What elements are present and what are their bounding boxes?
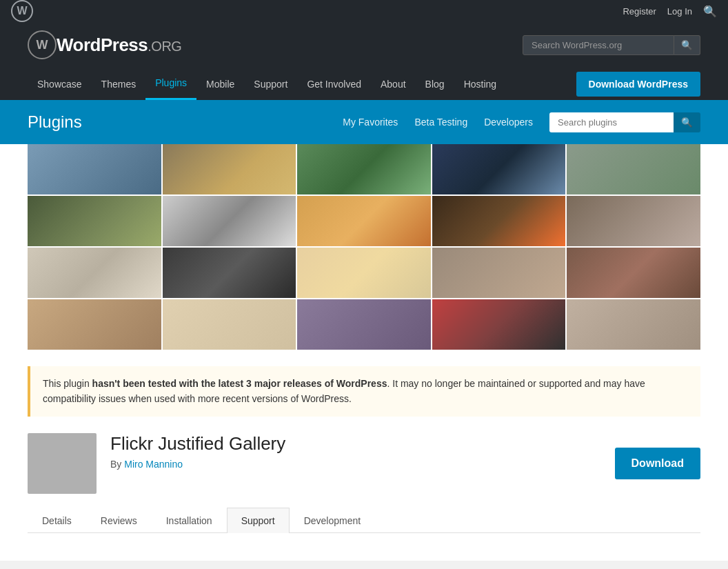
photo-cell: [163, 248, 296, 298]
site-logo: W WordPress.ORG: [28, 30, 181, 59]
wp-admin-logo: W: [11, 0, 33, 22]
plugins-bar: Plugins My Favorites Beta Testing Develo…: [0, 100, 728, 144]
plugins-nav: My Favorites Beta Testing Developers: [343, 117, 533, 128]
photo-cell: [567, 248, 700, 298]
main-nav: Showcase Themes Plugins Mobile Support G…: [0, 68, 728, 100]
plugin-header: Flickr Justified Gallery By Miro Mannino…: [28, 433, 700, 494]
photo-cell: [432, 144, 566, 194]
admin-bar-left: W: [11, 0, 33, 22]
photo-cell: [297, 144, 431, 194]
nav-mobile[interactable]: Mobile: [196, 69, 244, 99]
photo-cell: [28, 196, 161, 246]
photo-cell: [163, 196, 296, 246]
photo-cell: [28, 144, 161, 194]
nav-blog[interactable]: Blog: [416, 69, 454, 99]
search-icon[interactable]: 🔍: [703, 5, 717, 18]
search-icon: 🔍: [681, 40, 693, 50]
tab-support[interactable]: Support: [227, 508, 290, 533]
photo-cell: [28, 299, 161, 350]
plugin-by: By Miro Mannino: [110, 459, 601, 470]
warning-text-before: This plugin: [43, 378, 92, 389]
photo-cell: [567, 196, 700, 246]
photo-cell: [567, 144, 700, 194]
photo-cell: [432, 196, 566, 246]
register-link[interactable]: Register: [623, 6, 656, 17]
login-link[interactable]: Log In: [667, 6, 692, 17]
plugin-icon: [28, 433, 97, 494]
photo-cell: [28, 248, 161, 298]
nav-themes[interactable]: Themes: [92, 69, 146, 99]
photo-cell: [432, 299, 566, 350]
photo-cell: [297, 196, 431, 246]
photo-cell: [432, 248, 566, 298]
tab-reviews[interactable]: Reviews: [86, 508, 152, 533]
admin-bar-right: Register Log In 🔍: [623, 5, 717, 18]
plugins-nav-developers[interactable]: Developers: [484, 117, 533, 128]
plugin-tabs: Details Reviews Installation Support Dev…: [28, 508, 700, 533]
compatibility-warning: This plugin hasn't been tested with the …: [28, 366, 700, 417]
site-header: W WordPress.ORG 🔍: [0, 22, 728, 68]
photo-grid: [28, 144, 700, 350]
plugins-nav-beta[interactable]: Beta Testing: [414, 117, 467, 128]
plugin-name: Flickr Justified Gallery: [110, 433, 601, 455]
nav-plugins[interactable]: Plugins: [145, 68, 196, 100]
main-content: This plugin hasn't been tested with the …: [0, 144, 728, 561]
nav-support[interactable]: Support: [244, 69, 297, 99]
header-search-button[interactable]: 🔍: [674, 35, 700, 55]
photo-cell: [567, 299, 700, 350]
photo-cell: [297, 299, 431, 350]
svg-text:W: W: [37, 38, 48, 52]
nav-about[interactable]: About: [371, 69, 416, 99]
plugins-title: Plugins: [28, 100, 82, 144]
tab-development[interactable]: Development: [290, 508, 376, 533]
tab-details[interactable]: Details: [28, 508, 86, 533]
header-search-input[interactable]: [523, 35, 674, 55]
photo-cell: [163, 299, 296, 350]
site-logo-text: WordPress.ORG: [57, 34, 181, 56]
search-icon: 🔍: [681, 117, 693, 128]
warning-bold-text: hasn't been tested with the latest 3 maj…: [92, 378, 387, 389]
plugin-info: Flickr Justified Gallery By Miro Mannino: [110, 433, 601, 470]
plugins-nav-favorites[interactable]: My Favorites: [343, 117, 398, 128]
nav-get-involved[interactable]: Get Involved: [297, 69, 371, 99]
nav-links: Showcase Themes Plugins Mobile Support G…: [28, 68, 506, 100]
plugin-author-link[interactable]: Miro Mannino: [124, 459, 183, 470]
plugin-download-button[interactable]: Download: [615, 448, 700, 479]
plugin-search-input[interactable]: [549, 112, 674, 132]
photo-cell: [297, 248, 431, 298]
plugin-search-wrap: 🔍: [549, 112, 700, 132]
nav-showcase[interactable]: Showcase: [28, 69, 92, 99]
wordpress-logo-icon: W: [28, 30, 57, 59]
admin-bar: W Register Log In 🔍: [0, 0, 728, 22]
nav-hosting[interactable]: Hosting: [454, 69, 506, 99]
download-wordpress-button[interactable]: Download WordPress: [576, 72, 700, 97]
photo-cell: [163, 144, 296, 194]
tab-installation[interactable]: Installation: [152, 508, 227, 533]
header-search-wrap: 🔍: [523, 35, 700, 55]
plugin-search-button[interactable]: 🔍: [674, 112, 700, 132]
